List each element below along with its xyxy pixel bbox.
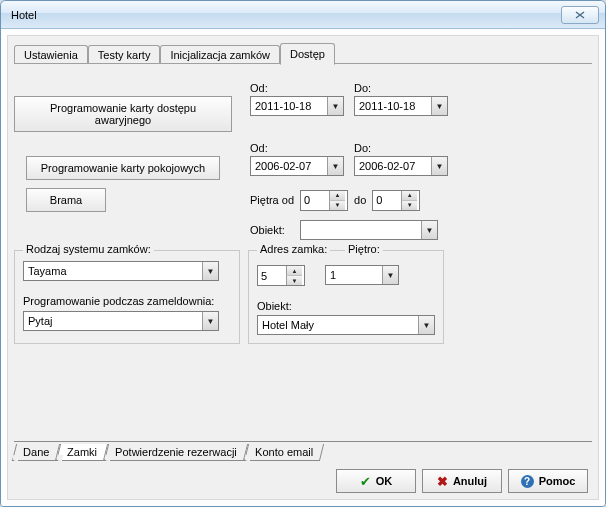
spin-down-icon[interactable]: ▼ — [286, 276, 302, 285]
brama-button[interactable]: Brama — [26, 188, 106, 212]
tab-testy-karty[interactable]: Testy karty — [88, 45, 161, 64]
obiekt-combo-top[interactable]: ▼ — [300, 220, 438, 240]
titlebar: Hotel — [1, 1, 605, 29]
do-label-1: Do: — [354, 82, 448, 94]
tab-inicjalizacja[interactable]: Inicjalizacja zamków — [160, 45, 280, 64]
pietra-do-label: do — [354, 194, 366, 206]
lock-system-value: Tayama — [24, 265, 202, 277]
od-date-1[interactable]: 2011-10-18 ▼ — [250, 96, 344, 116]
ok-button[interactable]: ✔ OK — [336, 469, 416, 493]
cancel-label: Anuluj — [453, 475, 487, 487]
tab-potwierdzenie[interactable]: Potwierdzenie rezerwacji — [104, 444, 248, 461]
client-area: Ustawienia Testy karty Inicjalizacja zam… — [1, 29, 605, 506]
checkin-prog-label: Programowanie podczas zameldownia: — [23, 295, 231, 307]
tabs-top: Ustawienia Testy karty Inicjalizacja zam… — [8, 36, 598, 64]
od-date-2[interactable]: 2006-02-07 ▼ — [250, 156, 344, 176]
x-icon: ✖ — [437, 474, 448, 489]
pietra-do-value[interactable] — [373, 191, 401, 209]
spin-up-icon[interactable]: ▲ — [401, 191, 417, 201]
adres-zamka-label: Adres zamka: — [257, 243, 330, 255]
tab-konto-email[interactable]: Konto email — [244, 444, 324, 461]
do-date-1-value: 2011-10-18 — [355, 100, 431, 112]
prog-pokojowe-button[interactable]: Programowanie karty pokojowych — [26, 156, 220, 180]
pietra-do-spin[interactable]: ▲▼ — [372, 190, 420, 211]
dropdown-icon: ▼ — [382, 266, 398, 284]
pietra-od-spin[interactable]: ▲▼ — [300, 190, 348, 211]
help-label: Pomoc — [539, 475, 576, 487]
checkin-prog-combo[interactable]: Pytaj ▼ — [23, 311, 219, 331]
ok-label: OK — [376, 475, 393, 487]
pietro-label: Piętro: — [345, 243, 383, 255]
check-icon: ✔ — [360, 474, 371, 489]
dropdown-icon: ▼ — [418, 316, 434, 334]
pietra-od-value[interactable] — [301, 191, 329, 209]
spin-up-icon[interactable]: ▲ — [329, 191, 345, 201]
obiekt-label-top: Obiekt: — [250, 224, 294, 236]
adres-zamka-spin[interactable]: ▲▼ — [257, 265, 305, 286]
tabs-bottom: Dane Zamki Potwierdzenie rezerwacji Kont… — [14, 444, 322, 461]
tab-content: Programowanie karty dostępu awaryjnego O… — [14, 64, 592, 433]
spin-down-icon[interactable]: ▼ — [401, 201, 417, 210]
close-icon — [575, 11, 585, 19]
window-title: Hotel — [11, 9, 37, 21]
do-date-2-value: 2006-02-07 — [355, 160, 431, 172]
group-lock-system: Rodzaj systemu zamków: Tayama ▼ Programo… — [14, 250, 240, 344]
spin-down-icon[interactable]: ▼ — [329, 201, 345, 210]
dropdown-icon: ▼ — [327, 97, 343, 115]
pietro-value: 1 — [326, 269, 382, 281]
dropdown-icon: ▼ — [327, 157, 343, 175]
spin-up-icon[interactable]: ▲ — [286, 266, 302, 276]
question-icon: ? — [521, 475, 534, 488]
obiekt-value-2: Hotel Mały — [258, 319, 418, 331]
od-label-2: Od: — [250, 142, 344, 154]
adres-zamka-value[interactable] — [258, 267, 286, 285]
window: Hotel Ustawienia Testy karty Inicjalizac… — [0, 0, 606, 507]
do-label-2: Do: — [354, 142, 448, 154]
dropdown-icon: ▼ — [421, 221, 437, 239]
checkin-prog-value: Pytaj — [24, 315, 202, 327]
cancel-button[interactable]: ✖ Anuluj — [422, 469, 502, 493]
dropdown-icon: ▼ — [431, 97, 447, 115]
od-date-1-value: 2011-10-18 — [251, 100, 327, 112]
od-date-2-value: 2006-02-07 — [251, 160, 327, 172]
group-lock-system-title: Rodzaj systemu zamków: — [23, 243, 154, 255]
group-lock-address: Adres zamka: ▲▼ Piętro: 1 ▼ — [248, 250, 444, 344]
help-button[interactable]: ? Pomoc — [508, 469, 588, 493]
obiekt-label-2: Obiekt: — [257, 300, 435, 312]
do-date-1[interactable]: 2011-10-18 ▼ — [354, 96, 448, 116]
panel: Ustawienia Testy karty Inicjalizacja zam… — [7, 35, 599, 500]
lock-system-combo[interactable]: Tayama ▼ — [23, 261, 219, 281]
od-label-1: Od: — [250, 82, 344, 94]
tab-zamki[interactable]: Zamki — [56, 444, 108, 461]
footer-buttons: ✔ OK ✖ Anuluj ? Pomoc — [336, 469, 588, 493]
do-date-2[interactable]: 2006-02-07 ▼ — [354, 156, 448, 176]
dropdown-icon: ▼ — [202, 312, 218, 330]
tab-dostep[interactable]: Dostęp — [280, 43, 335, 65]
dropdown-icon: ▼ — [202, 262, 218, 280]
close-button[interactable] — [561, 6, 599, 24]
dropdown-icon: ▼ — [431, 157, 447, 175]
prog-awaryjny-button[interactable]: Programowanie karty dostępu awaryjnego — [14, 96, 232, 132]
pietro-combo[interactable]: 1 ▼ — [325, 265, 399, 285]
pietra-od-label: Piętra od — [250, 194, 294, 206]
tab-dane[interactable]: Dane — [12, 444, 61, 461]
bottom-tab-divider — [14, 441, 592, 442]
obiekt-combo-2[interactable]: Hotel Mały ▼ — [257, 315, 435, 335]
tab-ustawienia[interactable]: Ustawienia — [14, 45, 88, 64]
